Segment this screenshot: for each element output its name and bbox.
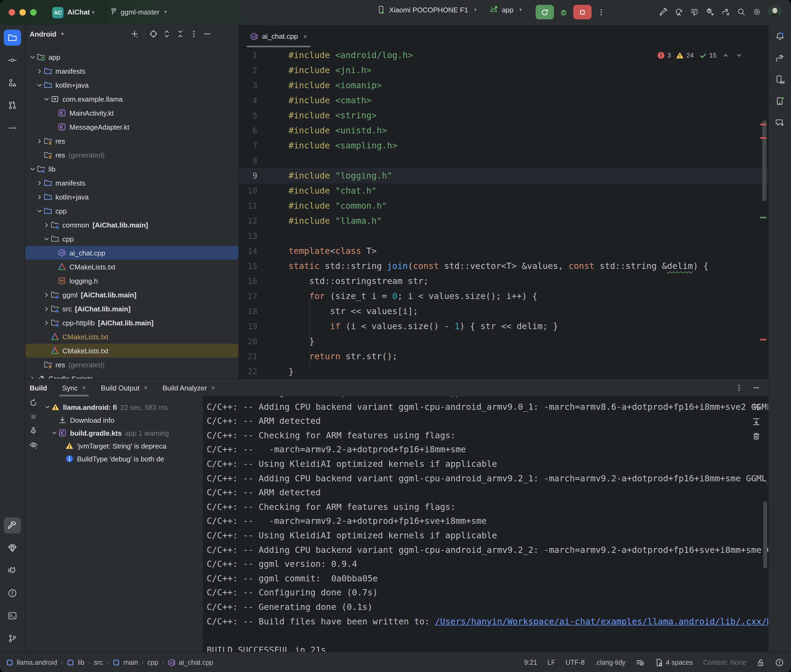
tree-item[interactable]: res xyxy=(25,134,239,148)
tree-item[interactable]: MessageAdapter.kt xyxy=(25,120,239,134)
editor-tab-ai-chat-cpp[interactable]: C ai_chat.cpp × xyxy=(244,25,313,47)
status-item[interactable]: UTF-8 xyxy=(565,659,584,666)
inspections-widget[interactable]: 3 24 15 xyxy=(656,51,743,60)
status-item[interactable]: .clang-tidy xyxy=(595,659,626,666)
chevron-down-icon[interactable] xyxy=(43,403,51,411)
status-item[interactable] xyxy=(636,658,644,667)
breadcrumb-item[interactable]: lib xyxy=(66,658,85,667)
tree-item[interactable]: Cai_chat.cpp xyxy=(25,246,239,260)
chevron-down-icon[interactable] xyxy=(51,429,58,437)
build-hammer-button[interactable] xyxy=(659,7,667,16)
stop-disabled-button[interactable] xyxy=(29,413,38,421)
tab-close-icon[interactable]: × xyxy=(211,384,215,392)
locate-button[interactable] xyxy=(149,30,158,38)
tree-item[interactable]: cpp xyxy=(25,204,239,218)
build-tree-item[interactable]: llama.android: fi22 sec, 583 ms xyxy=(42,401,203,414)
window-minimize-button[interactable] xyxy=(19,9,26,16)
status-item[interactable]: LF xyxy=(547,659,555,666)
tree-item[interactable]: CMakeLists.txt xyxy=(25,260,239,274)
project-selector[interactable]: AiChat ▾ xyxy=(67,8,95,16)
tree-item[interactable]: src[AiChat.lib.main] xyxy=(25,302,239,316)
hide-button[interactable] xyxy=(203,30,212,38)
tree-item[interactable]: CMakeLists.txt xyxy=(25,330,239,344)
status-item[interactable]: 4 spaces xyxy=(655,658,693,667)
build-tree-item[interactable]: 'jvmTarget: String' is depreca xyxy=(42,439,203,452)
build-tree-item[interactable]: Download info xyxy=(42,414,203,427)
scroll-to-end-button[interactable] xyxy=(752,418,761,426)
gemini-chat-button[interactable] xyxy=(771,115,789,131)
status-item[interactable] xyxy=(756,658,765,667)
collapse-all-button[interactable] xyxy=(176,30,185,38)
chevron-down-icon[interactable] xyxy=(29,165,37,173)
vcs-stripe-mark[interactable] xyxy=(760,217,767,218)
filter-eye-button[interactable] xyxy=(29,440,38,449)
commit-button[interactable] xyxy=(4,52,21,68)
breadcrumb-item[interactable]: src xyxy=(94,659,103,666)
device-manager-button[interactable] xyxy=(771,72,789,88)
clear-all-button[interactable] xyxy=(752,432,761,440)
breadcrumb-item[interactable]: cpp xyxy=(147,659,158,666)
project-view-selector[interactable]: Android ▾ xyxy=(30,30,64,38)
log-scrollbar-thumb[interactable] xyxy=(763,501,767,568)
gradle-sync-button[interactable] xyxy=(721,7,730,16)
settings-button[interactable] xyxy=(752,7,761,16)
more-vertical-button[interactable] xyxy=(189,30,198,38)
avatar[interactable] xyxy=(768,5,781,18)
pin-button[interactable] xyxy=(29,427,38,435)
tree-item[interactable]: CMakeLists.txt xyxy=(25,344,239,358)
attach-debugger-button[interactable] xyxy=(706,7,714,16)
tree-item[interactable]: MainActivity.kt xyxy=(25,106,239,120)
add-button[interactable] xyxy=(130,30,139,38)
chevron-down-icon[interactable] xyxy=(43,235,51,243)
breadcrumb-item[interactable]: main xyxy=(112,658,138,667)
terminal-button[interactable] xyxy=(4,608,21,624)
tree-item[interactable]: manifests xyxy=(25,176,239,190)
chevron-down-icon[interactable] xyxy=(35,207,43,215)
soft-wrap-button[interactable] xyxy=(752,403,761,411)
tree-item[interactable]: com.example.llama xyxy=(25,92,239,106)
tree-item[interactable]: app xyxy=(25,50,239,64)
editor-area[interactable]: C ai_chat.cpp × 1#include <android/log.h… xyxy=(239,25,768,379)
error-stripe-mark[interactable] xyxy=(760,339,767,341)
profiler-button[interactable] xyxy=(690,7,699,16)
debug-bug-icon[interactable] xyxy=(559,8,568,16)
chevron-right-icon[interactable] xyxy=(43,305,51,313)
rerun-button[interactable] xyxy=(536,5,554,19)
chevron-down-icon[interactable] xyxy=(43,95,51,103)
tree-item[interactable]: kotlin+java xyxy=(25,190,239,204)
project-folder-button[interactable] xyxy=(4,30,21,46)
chevron-right-icon[interactable] xyxy=(43,221,51,229)
chevron-right-icon[interactable] xyxy=(29,374,37,379)
chevron-right-icon[interactable] xyxy=(35,193,43,201)
tree-item[interactable]: logging.h xyxy=(25,274,239,288)
more-vertical-icon[interactable] xyxy=(735,384,743,392)
log-link[interactable]: /Users/hanyin/Workspace/ai-chat/examples… xyxy=(435,616,768,626)
stop-button[interactable] xyxy=(573,5,592,19)
more-horizontal-button[interactable] xyxy=(4,120,21,136)
build-tab-build-analyzer[interactable]: Build Analyzer× xyxy=(159,379,218,396)
tree-item[interactable]: ggml[AiChat.lib.main] xyxy=(25,288,239,302)
pull-requests-button[interactable] xyxy=(4,98,21,114)
tree-item[interactable]: res(generated) xyxy=(25,148,239,162)
chevron-right-icon[interactable] xyxy=(43,291,51,299)
chevron-right-icon[interactable] xyxy=(35,67,43,75)
build-tab-sync[interactable]: Sync× xyxy=(59,379,89,396)
window-close-button[interactable] xyxy=(9,9,15,16)
tree-item[interactable]: lib xyxy=(25,162,239,176)
tab-close-icon[interactable]: × xyxy=(144,384,148,392)
logcat-button[interactable] xyxy=(4,563,21,579)
device-selector[interactable]: Xiaomi POCOPHONE F1 ▾ app ▾ xyxy=(377,5,522,14)
gradle-button[interactable] xyxy=(771,50,789,66)
build-hammer-tool-button[interactable] xyxy=(4,517,21,533)
expand-all-button[interactable] xyxy=(162,30,171,38)
sync-project-button[interactable] xyxy=(674,7,683,16)
tree-item[interactable]: Gradle Scripts xyxy=(25,372,239,379)
status-item[interactable] xyxy=(775,658,784,667)
error-stripe-mark[interactable] xyxy=(760,124,767,125)
tree-item[interactable]: res(generated) xyxy=(25,358,239,372)
build-tab-build-output[interactable]: Build Output× xyxy=(98,379,151,396)
version-control-button[interactable] xyxy=(4,630,21,646)
tree-item[interactable]: cpp xyxy=(25,232,239,246)
build-tree-item[interactable]: BuildType 'debug' is both de xyxy=(42,452,203,465)
device-gem-button[interactable] xyxy=(4,540,21,556)
